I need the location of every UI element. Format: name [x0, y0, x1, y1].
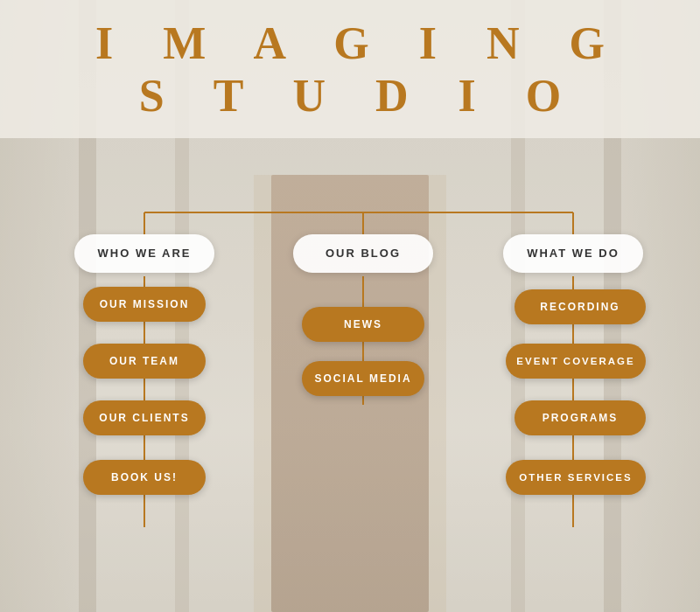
other-services-button[interactable]: OTHER SERVICES: [506, 460, 646, 495]
event-coverage-button[interactable]: EVENT COVERAGE: [506, 344, 646, 379]
social-media-button[interactable]: SOCIAL MEDIA: [302, 361, 424, 396]
news-button[interactable]: NEWS: [302, 307, 424, 342]
our-mission-button[interactable]: OUR MISSION: [83, 287, 206, 322]
recording-button[interactable]: RECORDING: [514, 289, 646, 324]
title-line1: I M A G I N G: [0, 17, 700, 70]
title-line2: S T U D I O: [0, 70, 700, 122]
our-blog-button[interactable]: OUR BLOG: [293, 234, 433, 273]
who-we-are-button[interactable]: WHO WE ARE: [74, 234, 214, 273]
our-team-button[interactable]: OUR TEAM: [83, 344, 206, 379]
our-clients-button[interactable]: OUR CLIENTS: [83, 400, 206, 435]
what-we-do-button[interactable]: WHAT WE DO: [503, 234, 643, 273]
diagram: WHO WE ARE OUR BLOG WHAT WE DO OUR MISSI…: [0, 138, 700, 593]
programs-button[interactable]: PROGRAMS: [514, 400, 646, 435]
title-area: I M A G I N G S T U D I O: [0, 0, 700, 138]
book-us-button[interactable]: BOOK US!: [83, 460, 206, 495]
